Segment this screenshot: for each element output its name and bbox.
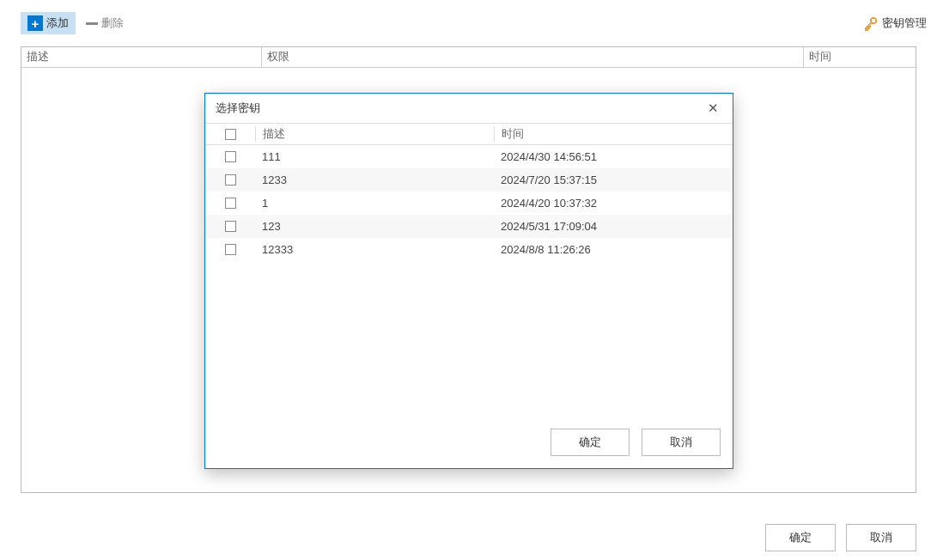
select-key-dialog: 选择密钥 ✕ 描述 时间 111 2024/4/30 14:56:51 1233… (204, 93, 733, 469)
delete-button-label: 删除 (101, 15, 124, 31)
row-time: 2024/5/31 17:09:04 (494, 220, 733, 233)
select-all-checkbox[interactable] (225, 129, 236, 140)
row-desc: 12333 (255, 243, 494, 256)
table-row[interactable]: 111 2024/4/30 14:56:51 (205, 145, 733, 168)
key-manage-label: 密钥管理 (882, 15, 927, 31)
row-checkbox[interactable] (225, 198, 236, 209)
dialog-table-body: 111 2024/4/30 14:56:51 1233 2024/7/20 15… (205, 145, 733, 420)
row-checkbox[interactable] (225, 174, 236, 186)
key-manage-button[interactable]: 密钥管理 (863, 15, 927, 31)
row-time: 2024/7/20 15:37:15 (494, 173, 733, 186)
footer-ok-button[interactable]: 确定 (765, 524, 836, 551)
table-row[interactable]: 12333 2024/8/8 11:26:26 (205, 238, 733, 261)
key-icon (863, 15, 879, 31)
footer-cancel-button[interactable]: 取消 (846, 524, 916, 551)
row-checkbox[interactable] (225, 221, 236, 232)
close-icon: ✕ (708, 100, 719, 115)
dialog-ok-button[interactable]: 确定 (551, 429, 630, 456)
dialog-col-desc-header: 描述 (255, 126, 494, 142)
dialog-col-check-header (205, 129, 255, 140)
table-row[interactable]: 1233 2024/7/20 15:37:15 (205, 168, 733, 192)
main-col-perm-header: 权限 (262, 47, 804, 67)
minus-icon (86, 22, 98, 25)
table-row[interactable]: 123 2024/5/31 17:09:04 (205, 215, 733, 238)
row-time: 2024/4/30 14:56:51 (494, 150, 733, 163)
toolbar-left: + 添加 删除 (21, 12, 131, 34)
main-col-time-header: 时间 (804, 47, 916, 67)
dialog-footer: 确定 取消 (205, 420, 733, 468)
dialog-table-header: 描述 时间 (205, 123, 733, 145)
footer-buttons: 确定 取消 (765, 524, 916, 551)
add-button[interactable]: + 添加 (21, 12, 76, 34)
row-time: 2024/4/20 10:37:32 (494, 197, 733, 210)
dialog-title: 选择密钥 (216, 100, 704, 116)
row-desc: 123 (255, 220, 494, 233)
plus-icon: + (27, 15, 43, 31)
dialog-cancel-button[interactable]: 取消 (642, 429, 721, 456)
row-checkbox[interactable] (225, 244, 236, 255)
row-desc: 1233 (255, 173, 494, 186)
row-time: 2024/8/8 11:26:26 (494, 243, 733, 256)
main-col-desc-header: 描述 (21, 47, 262, 67)
dialog-col-time-header: 时间 (494, 126, 733, 142)
dialog-close-button[interactable]: ✕ (704, 99, 722, 118)
add-button-label: 添加 (46, 15, 69, 31)
row-desc: 1 (255, 197, 494, 210)
row-desc: 111 (255, 150, 494, 163)
delete-button[interactable]: 删除 (79, 12, 131, 34)
table-row[interactable]: 1 2024/4/20 10:37:32 (205, 192, 733, 215)
main-table-header: 描述 权限 时间 (21, 47, 916, 68)
dialog-header: 选择密钥 ✕ (205, 94, 733, 123)
toolbar: + 添加 删除 密钥管理 (0, 0, 937, 46)
row-checkbox[interactable] (225, 151, 236, 162)
